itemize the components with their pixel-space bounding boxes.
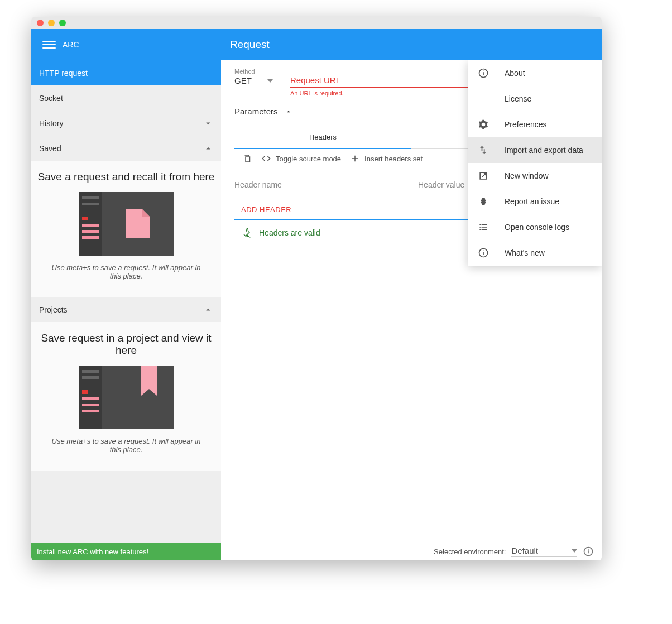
env-value: Default bbox=[511, 546, 538, 555]
info-icon[interactable] bbox=[583, 546, 594, 557]
sidebar-item-saved[interactable]: Saved bbox=[31, 136, 221, 161]
menu-item-preferences[interactable]: Preferences bbox=[468, 112, 602, 137]
sidebar: HTTP request Socket History Saved Save a… bbox=[31, 60, 221, 543]
menu-item-about[interactable]: About bbox=[468, 60, 602, 86]
headers-valid-text: Headers are valid bbox=[259, 228, 320, 237]
menu-item-label: Open console logs bbox=[505, 223, 569, 232]
sidebar-item-history[interactable]: History bbox=[31, 111, 221, 136]
method-label: Method bbox=[234, 68, 282, 75]
code-icon bbox=[261, 153, 271, 164]
tab-headers[interactable]: Headers bbox=[234, 126, 411, 149]
open-new-icon bbox=[478, 170, 489, 181]
page-title: Request bbox=[230, 39, 270, 51]
environment-select[interactable]: Default bbox=[511, 546, 577, 557]
chevron-up-icon bbox=[203, 143, 213, 153]
sidebar-item-label: History bbox=[39, 119, 64, 128]
copy-icon bbox=[242, 153, 252, 164]
saved-illustration bbox=[79, 192, 174, 256]
chevron-up-icon bbox=[203, 305, 213, 315]
projects-empty-title: Save request in a project and view it he… bbox=[37, 332, 215, 357]
menu-item-import-export[interactable]: Import and export data bbox=[468, 137, 602, 163]
insert-headers-label: Insert headers set bbox=[364, 155, 423, 163]
sidebar-item-label: Projects bbox=[39, 305, 68, 314]
sidebar-item-label: Saved bbox=[39, 144, 61, 153]
close-window-button[interactable] bbox=[37, 20, 44, 26]
method-select[interactable]: GET bbox=[234, 76, 282, 88]
dropdown-arrow-icon bbox=[572, 549, 577, 553]
menu-item-label: License bbox=[505, 94, 531, 103]
projects-empty-panel: Save request in a project and view it he… bbox=[31, 322, 221, 471]
import-export-icon bbox=[478, 145, 489, 156]
env-label: Selected environment: bbox=[434, 548, 506, 556]
menu-item-license[interactable]: License bbox=[468, 86, 602, 112]
blank-icon bbox=[478, 93, 489, 104]
menu-item-new-window[interactable]: New window bbox=[468, 163, 602, 189]
menu-item-label: Report an issue bbox=[505, 197, 559, 206]
titlebar bbox=[31, 17, 602, 29]
menu-item-label: New window bbox=[505, 171, 549, 180]
menu-item-whats-new[interactable]: What's new bbox=[468, 240, 602, 266]
status-bar: Install new ARC with new features! Selec… bbox=[31, 543, 602, 560]
toggle-source-button[interactable]: Toggle source mode bbox=[261, 153, 341, 164]
file-icon bbox=[126, 209, 150, 238]
projects-empty-hint: Use meta+s to save a request. It will ap… bbox=[37, 437, 215, 454]
menu-item-label: Import and export data bbox=[505, 146, 583, 155]
add-header-button[interactable]: ADD HEADER bbox=[234, 205, 291, 214]
sidebar-item-http-request[interactable]: HTTP request bbox=[31, 60, 221, 85]
header-name-input[interactable] bbox=[234, 176, 405, 194]
sidebar-item-socket[interactable]: Socket bbox=[31, 85, 221, 111]
saved-empty-hint: Use meta+s to save a request. It will ap… bbox=[37, 263, 215, 280]
menu-item-console-logs[interactable]: Open console logs bbox=[468, 214, 602, 240]
list-icon bbox=[478, 222, 489, 233]
sidebar-item-label: Socket bbox=[39, 94, 63, 103]
toggle-source-label: Toggle source mode bbox=[276, 155, 341, 163]
app-window: ARC Request HTTP request Socket History … bbox=[31, 17, 602, 560]
menu-item-label: What's new bbox=[505, 248, 545, 257]
app-name: ARC bbox=[63, 40, 79, 49]
sidebar-item-projects[interactable]: Projects bbox=[31, 297, 221, 322]
menu-item-label: Preferences bbox=[505, 120, 546, 129]
minimize-window-button[interactable] bbox=[48, 20, 55, 26]
plus-icon bbox=[350, 153, 360, 164]
app-header: ARC Request bbox=[31, 29, 602, 60]
sidebar-item-label: HTTP request bbox=[39, 69, 88, 78]
insert-headers-button[interactable]: Insert headers set bbox=[350, 153, 423, 164]
copy-button[interactable] bbox=[242, 153, 252, 164]
maximize-window-button[interactable] bbox=[59, 20, 66, 26]
info-icon bbox=[478, 247, 489, 258]
main-panel: Method GET An URL is required. Parameter… bbox=[221, 60, 602, 543]
gear-icon bbox=[478, 119, 489, 130]
bug-icon bbox=[478, 196, 489, 207]
chevron-up-icon bbox=[285, 108, 292, 116]
saved-empty-title: Save a request and recall it from here bbox=[37, 171, 215, 183]
chevron-down-icon bbox=[203, 118, 213, 128]
menu-item-label: About bbox=[505, 69, 525, 78]
spellcheck-icon bbox=[242, 228, 252, 238]
install-banner-text: Install new ARC with new features! bbox=[37, 548, 148, 556]
saved-empty-panel: Save a request and recall it from here bbox=[31, 161, 221, 297]
info-icon bbox=[478, 68, 489, 79]
overflow-menu: About License Preferences Import and exp… bbox=[468, 60, 602, 266]
dropdown-arrow-icon bbox=[267, 79, 273, 83]
bookmark-icon bbox=[141, 366, 157, 396]
install-banner[interactable]: Install new ARC with new features! bbox=[31, 543, 221, 560]
menu-icon[interactable] bbox=[42, 38, 56, 51]
parameters-label: Parameters bbox=[234, 107, 278, 116]
menu-item-report-issue[interactable]: Report an issue bbox=[468, 189, 602, 214]
method-value: GET bbox=[234, 76, 252, 85]
projects-illustration bbox=[79, 366, 174, 429]
